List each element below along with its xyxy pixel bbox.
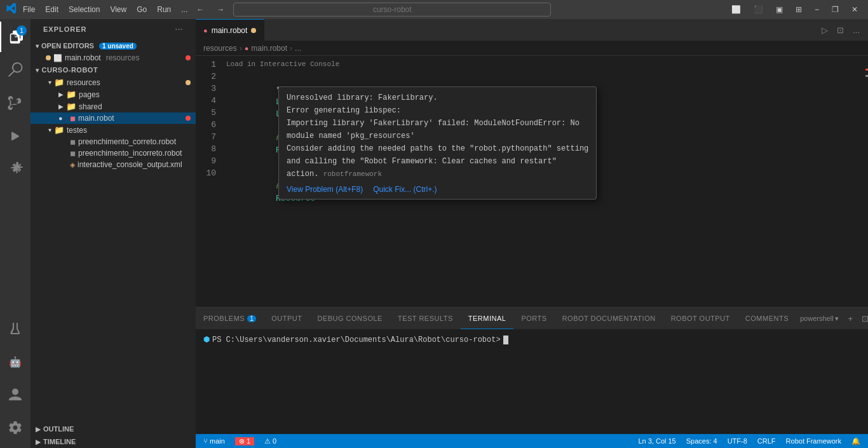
layout-panel-icon[interactable]: ⬛ [750,4,767,15]
open-editor-main-robot[interactable]: ⬜ main.robot resources [31,52,196,64]
language-mode[interactable]: Robot Framework [783,437,844,445]
right-gutter [859,56,868,307]
menu-edit[interactable]: Edit [45,5,58,14]
code-editor[interactable]: Load in Interactive Console *** Settings… [221,56,859,307]
git-branch[interactable]: ⑂ main [201,437,227,445]
activity-testing[interactable] [0,313,31,344]
modified-dot [46,55,51,60]
project-header[interactable]: ▾ CURSO-ROBOT [31,64,196,76]
more-actions-button[interactable]: ... [850,24,863,36]
folder-testes[interactable]: ▾ 📁 testes [31,124,196,136]
split-terminal-button[interactable]: ⊡ [858,313,868,325]
open-file-path: resources [106,53,140,62]
panel-tabs: PROBLEMS 1 OUTPUT DEBUG CONSOLE TEST RES… [196,308,868,330]
activity-settings[interactable] [0,412,31,443]
activity-search[interactable] [0,55,31,85]
vscode-logo-icon [6,3,18,17]
quick-fix-button[interactable]: Quick Fix... (Ctrl+.) [373,185,437,194]
panel-tab-terminal[interactable]: TERMINAL [461,308,514,329]
file-preenchimento-incorreto[interactable]: ◼ preenchimento_incorreto.robot [31,147,196,159]
sidebar-more-icon[interactable]: ··· [175,25,183,33]
panel-tab-test-results[interactable]: TEST RESULTS [390,308,461,329]
menu-selection[interactable]: Selection [69,5,100,14]
timeline-section[interactable]: ▶ TIMELINE [31,435,196,448]
tooltip-actions: View Problem (Alt+F8) Quick Fix... (Ctrl… [287,185,588,194]
gutter-info-mark [865,75,868,77]
file-interactive-console-xml[interactable]: ◈ interactive_console_output.xml [31,159,196,170]
search-input[interactable] [233,3,551,17]
layout-sidebar-icon[interactable]: ⬜ [728,4,745,15]
activity-run-debug[interactable] [0,121,31,151]
indentation[interactable]: Spaces: 4 [684,437,720,445]
folder-shared[interactable]: ▶ 📁 shared [31,100,196,112]
unsaved-badge: 1 unsaved [99,43,137,50]
activity-robot[interactable]: 🤖 [0,346,31,377]
activity-explorer[interactable]: 1 [0,22,31,52]
status-right: Ln 3, Col 15 Spaces: 4 UTF-8 CRLF Robot … [635,437,863,445]
breadcrumb-sep-1: › [240,44,242,53]
load-interactive-console[interactable]: Load in Interactive Console [226,58,859,71]
menu-go[interactable]: Go [137,5,147,14]
activity-source-control[interactable] [0,88,31,118]
file-main-robot[interactable]: ● ◼ main.robot [31,112,196,124]
terminal-content[interactable]: ⬢ PS C:\Users\vanderson.xavier\Documents… [196,330,868,434]
activity-bar: 1 🤖 [0,19,31,448]
breadcrumb-more[interactable]: ... [295,44,301,53]
sidebar-bottom: ▶ OUTLINE ▶ TIMELINE [31,423,196,448]
errors-indicator[interactable]: ⊗ 1 [235,437,254,445]
tooltip-line-4: module named 'pkg_resources' [287,130,588,142]
folder-resources[interactable]: ▾ 📁 resources [31,76,196,88]
panel-tab-problems[interactable]: PROBLEMS 1 [196,308,264,329]
project-section: ▾ CURSO-ROBOT ▾ 📁 resources ▶ 📁 pages ▶ … [31,64,196,170]
breadcrumb-file[interactable]: main.robot [251,44,287,53]
menu-run[interactable]: Run [157,5,171,14]
nav-forward-button[interactable]: → [213,4,228,15]
open-editors-header[interactable]: ▾ OPEN EDITORS 1 unsaved [31,39,196,52]
tooltip-line-2: Error generating libspec: [287,105,588,116]
menu-view[interactable]: View [110,5,126,14]
add-terminal-button[interactable]: + [845,313,857,325]
panel-tab-output[interactable]: OUTPUT [264,308,309,329]
activity-accounts[interactable] [0,379,31,410]
code-line-1: *** Settings *** [226,72,859,84]
editor-content: 1 2 3 4 5 6 7 8 9 10 Load in Interactive… [196,56,868,307]
panel-tab-debug[interactable]: DEBUG CONSOLE [309,308,390,329]
line-numbers: 1 2 3 4 5 6 7 8 9 10 [196,56,221,307]
tooltip-line-7: action. robotframework [287,168,588,180]
activity-extensions[interactable] [0,154,31,184]
layout-customize-icon[interactable]: ⊞ [792,4,806,15]
menu-file[interactable]: File [23,5,35,14]
minimize-button[interactable]: − [811,4,823,15]
panel-tab-comments[interactable]: COMMENTS [738,308,796,329]
nav-back-button[interactable]: ← [193,4,208,15]
close-button[interactable]: ✕ [848,4,862,15]
panel-tab-robot-output[interactable]: ROBOT OUTPUT [663,308,738,329]
outline-section[interactable]: ▶ OUTLINE [31,423,196,435]
run-button[interactable]: ▷ [818,24,831,36]
sidebar: EXPLORER ··· ▾ OPEN EDITORS 1 unsaved ⬜ … [31,19,196,448]
git-branch-icon: ⑂ [203,437,208,445]
folder-pages[interactable]: ▶ 📁 pages [31,88,196,100]
view-problem-button[interactable]: View Problem (Alt+F8) [287,185,363,194]
menu-more[interactable]: ... [181,5,187,14]
cursor-position[interactable]: Ln 3, Col 15 [635,437,678,445]
layout-secondary-icon[interactable]: ▣ [772,4,787,15]
warnings-indicator[interactable]: ⚠ 0 [262,437,279,445]
notifications-bell[interactable]: 🔔 [849,437,863,445]
breadcrumb-resources[interactable]: resources [203,44,237,53]
panel-tab-robot-doc[interactable]: ROBOT DOCUMENTATION [555,308,663,329]
split-editor-button[interactable]: ⊡ [834,24,847,36]
status-bar: ⑂ main ⊗ 1 ⚠ 0 Ln 3, Col 15 Spaces: 4 UT… [196,434,868,448]
maximize-button[interactable]: ❐ [828,4,843,15]
file-preenchimento-correto[interactable]: ◼ preenchimento_correto.robot [31,136,196,147]
tab-toolbar: ▷ ⊡ ... [818,19,868,41]
tab-main-robot[interactable]: ● main.robot [196,19,264,41]
line-ending[interactable]: CRLF [755,437,778,445]
panel-tab-ports[interactable]: PORTS [513,308,554,329]
tooltip-line-6: and calling the "Robot Framework: Clear … [287,156,588,167]
encoding[interactable]: UTF-8 [725,437,750,445]
tooltip-line-3: Importing library 'FakerLibrary' failed:… [287,118,588,129]
tab-file-icon: ● [203,27,208,34]
window-controls: ⬜ ⬛ ▣ ⊞ − ❐ ✕ [728,4,862,15]
new-terminal-button[interactable]: powershell ▾ [796,315,843,323]
